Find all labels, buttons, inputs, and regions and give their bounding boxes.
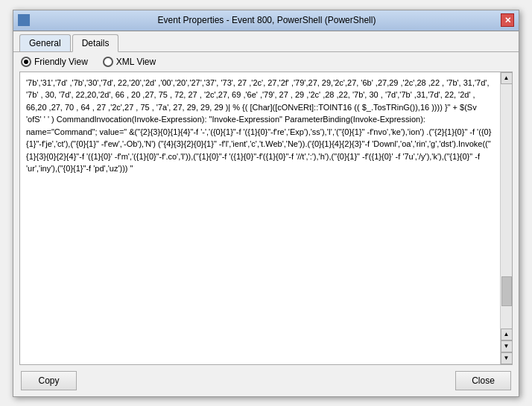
- xml-view-option[interactable]: XML View: [103, 57, 156, 67]
- view-options: Friendly View XML View: [13, 52, 519, 72]
- scroll-next-arrow[interactable]: ▼: [501, 340, 513, 352]
- scroll-middle-arrows: ▲ ▼: [501, 329, 513, 352]
- friendly-view-radio[interactable]: [21, 57, 31, 67]
- tab-general[interactable]: General: [19, 34, 71, 51]
- xml-view-label: XML View: [116, 57, 156, 67]
- text-box-container: '7b','31','7d' ,'7b','30','7d', 22,'20',…: [19, 72, 513, 365]
- friendly-view-option[interactable]: Friendly View: [21, 57, 88, 67]
- copy-button[interactable]: Copy: [21, 371, 77, 390]
- scroll-down-arrow[interactable]: ▼: [501, 352, 513, 364]
- scroll-track[interactable]: [501, 84, 512, 329]
- bottom-bar: Copy Close: [13, 365, 519, 396]
- event-details-text[interactable]: '7b','31','7d' ,'7b','30','7d', 22,'20',…: [20, 72, 500, 364]
- title-bar: Event Properties - Event 800, PowerShell…: [13, 10, 519, 31]
- window-icon: [18, 14, 30, 26]
- vertical-scrollbar[interactable]: ▲ ▲ ▼ ▼: [500, 72, 512, 364]
- close-button[interactable]: Close: [455, 371, 511, 390]
- xml-view-radio[interactable]: [103, 57, 113, 67]
- event-details-content: '7b','31','7d' ,'7b','30','7d', 22,'20',…: [26, 78, 491, 174]
- tabs-bar: General Details: [13, 31, 519, 52]
- friendly-view-label: Friendly View: [34, 57, 88, 67]
- scroll-thumb[interactable]: [501, 276, 512, 306]
- event-properties-window: Event Properties - Event 800, PowerShell…: [13, 10, 519, 397]
- window-title: Event Properties - Event 800, PowerShell…: [33, 15, 501, 25]
- close-icon[interactable]: ✕: [501, 13, 514, 27]
- scroll-up-arrow[interactable]: ▲: [501, 72, 513, 84]
- content-area: '7b','31','7d' ,'7b','30','7d', 22,'20',…: [13, 72, 519, 365]
- scroll-prev-arrow[interactable]: ▲: [501, 329, 513, 340]
- tab-details[interactable]: Details: [72, 34, 119, 52]
